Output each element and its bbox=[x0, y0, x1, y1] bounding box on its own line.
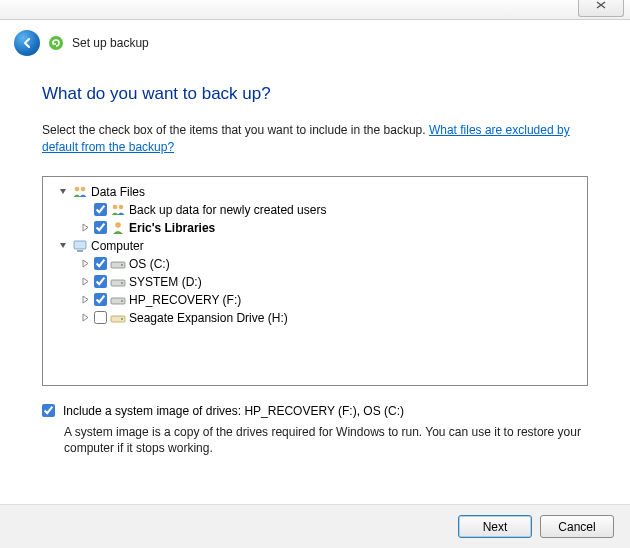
header-bar: Set up backup bbox=[0, 20, 630, 64]
instruction-text: Select the check box of the items that y… bbox=[42, 122, 588, 156]
computer-icon bbox=[72, 238, 88, 254]
tree-node-os-c[interactable]: OS (C:) bbox=[47, 255, 583, 273]
expand-icon[interactable] bbox=[80, 258, 91, 269]
expand-icon[interactable] bbox=[80, 276, 91, 287]
users-icon bbox=[110, 202, 126, 218]
svg-point-13 bbox=[121, 300, 123, 302]
tree-label: Data Files bbox=[91, 185, 145, 199]
svg-point-0 bbox=[49, 36, 63, 50]
tree-label: Back up data for newly created users bbox=[129, 203, 326, 217]
svg-rect-6 bbox=[74, 241, 86, 249]
drive-icon bbox=[110, 274, 126, 290]
tree-node-hp-recovery[interactable]: HP_RECOVERY (F:) bbox=[47, 291, 583, 309]
tree-label: OS (C:) bbox=[129, 257, 170, 271]
tree-node-erics-libraries[interactable]: Eric's Libraries bbox=[47, 219, 583, 237]
expand-icon[interactable] bbox=[80, 222, 91, 233]
next-button[interactable]: Next bbox=[458, 515, 532, 538]
checkbox-system-d[interactable] bbox=[94, 275, 107, 288]
checkbox-hp-recovery[interactable] bbox=[94, 293, 107, 306]
svg-point-2 bbox=[81, 186, 86, 191]
checkbox-os-c[interactable] bbox=[94, 257, 107, 270]
content-area: What do you want to back up? Select the … bbox=[0, 64, 630, 457]
page-heading: What do you want to back up? bbox=[42, 84, 588, 104]
tree-label: Eric's Libraries bbox=[129, 221, 215, 235]
footer-bar: Next Cancel bbox=[0, 504, 630, 548]
drive-icon bbox=[110, 310, 126, 326]
svg-point-15 bbox=[121, 318, 123, 320]
tree-label: Seagate Expansion Drive (H:) bbox=[129, 311, 288, 325]
tree-node-system-d[interactable]: SYSTEM (D:) bbox=[47, 273, 583, 291]
header-title: Set up backup bbox=[72, 36, 149, 50]
svg-point-3 bbox=[113, 204, 118, 209]
svg-point-1 bbox=[75, 186, 80, 191]
system-image-row: Include a system image of drives: HP_REC… bbox=[42, 404, 588, 418]
checkbox-erics-libraries[interactable] bbox=[94, 221, 107, 234]
instruction-prefix: Select the check box of the items that y… bbox=[42, 123, 429, 137]
drive-icon bbox=[110, 292, 126, 308]
close-button[interactable] bbox=[578, 0, 624, 17]
checkbox-seagate[interactable] bbox=[94, 311, 107, 324]
tree-label: HP_RECOVERY (F:) bbox=[129, 293, 241, 307]
checkbox-system-image[interactable] bbox=[42, 404, 55, 417]
collapse-icon[interactable] bbox=[58, 186, 69, 197]
checkbox-new-users[interactable] bbox=[94, 203, 107, 216]
svg-point-11 bbox=[121, 282, 123, 284]
tree-node-new-users[interactable]: Back up data for newly created users bbox=[47, 201, 583, 219]
window-title-bar bbox=[0, 0, 630, 20]
expand-icon[interactable] bbox=[80, 312, 91, 323]
tree-label: SYSTEM (D:) bbox=[129, 275, 202, 289]
backup-wizard-icon bbox=[48, 35, 64, 51]
collapse-icon[interactable] bbox=[58, 240, 69, 251]
svg-rect-7 bbox=[77, 250, 83, 252]
svg-point-5 bbox=[115, 222, 121, 228]
tree-label: Computer bbox=[91, 239, 144, 253]
expand-icon[interactable] bbox=[80, 294, 91, 305]
svg-point-9 bbox=[121, 264, 123, 266]
tree-node-data-files[interactable]: Data Files bbox=[47, 183, 583, 201]
drive-icon bbox=[110, 256, 126, 272]
tree-node-computer[interactable]: Computer bbox=[47, 237, 583, 255]
tree-node-seagate[interactable]: Seagate Expansion Drive (H:) bbox=[47, 309, 583, 327]
system-image-label: Include a system image of drives: HP_REC… bbox=[63, 404, 404, 418]
cancel-button[interactable]: Cancel bbox=[540, 515, 614, 538]
user-icon bbox=[110, 220, 126, 236]
system-image-description: A system image is a copy of the drives r… bbox=[64, 424, 588, 458]
back-button[interactable] bbox=[14, 30, 40, 56]
backup-items-tree[interactable]: Data Files Back up data for newly create… bbox=[42, 176, 588, 386]
svg-point-4 bbox=[119, 204, 124, 209]
users-icon bbox=[72, 184, 88, 200]
